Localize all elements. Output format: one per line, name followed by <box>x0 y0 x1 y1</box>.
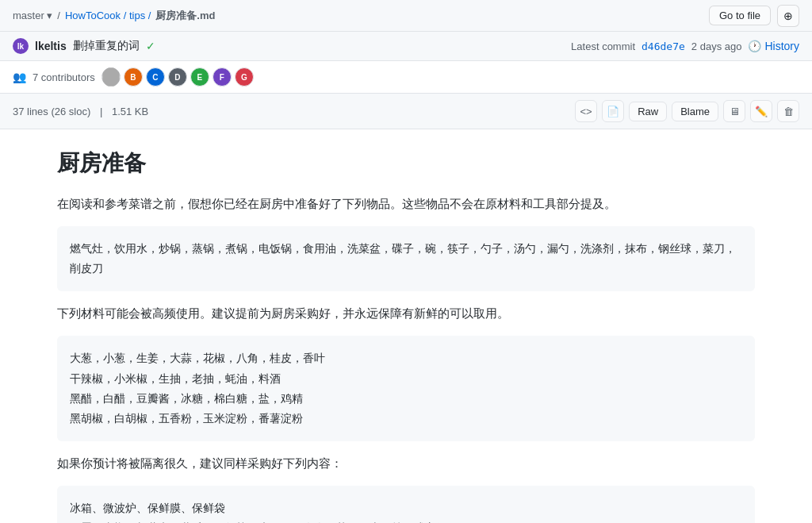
block-2-line-2: 干辣椒，小米椒，生抽，老抽，蚝油，料酒 <box>70 369 742 389</box>
blame-button[interactable]: Blame <box>672 102 718 121</box>
contributor-avatar-3[interactable]: C <box>146 67 165 87</box>
branch-selector[interactable]: master ▾ <box>13 10 52 21</box>
paragraph-2: 下列材料可能会被高频使用。建议提前为厨房采购好，并永远保障有新鲜的可以取用。 <box>57 304 755 323</box>
intro-paragraph: 在阅读和参考菜谱之前，假想你已经在厨房中准备好了下列物品。这些物品不会在原材料和… <box>57 194 755 213</box>
commit-info: lk lkeltis 删掉重复的词 ✓ <box>13 38 155 54</box>
search-icon-button[interactable]: ⊕ <box>777 5 799 27</box>
raw-button[interactable]: Raw <box>629 102 667 121</box>
file-symbol-icon[interactable]: 📄 <box>602 100 624 122</box>
block-2-line-4: 黑胡椒，白胡椒，五香粉，玉米淀粉，番薯淀粉 <box>70 409 742 429</box>
block-2-line-3: 黑醋，白醋，豆瓣酱，冰糖，棉白糖，盐，鸡精 <box>70 389 742 409</box>
commit-time: 2 days ago <box>691 40 742 52</box>
file-name: 厨房准备.md <box>155 9 215 23</box>
file-content: 厨房准备 在阅读和参考菜谱之前，假想你已经在厨房中准备好了下列物品。这些物品不会… <box>25 129 787 523</box>
commit-hash-link[interactable]: d46de7e <box>642 40 685 52</box>
clock-icon: 🕐 <box>748 40 761 52</box>
contributor-avatar-2[interactable]: B <box>124 67 143 87</box>
file-size: 1.51 KB <box>112 106 148 117</box>
content-title: 厨房准备 <box>57 148 755 179</box>
breadcrumb: master ▾ / HowToCook / tips / 厨房准备.md <box>13 9 215 23</box>
contributor-avatar-7[interactable]: G <box>235 67 254 87</box>
desktop-icon[interactable]: 🖥 <box>723 100 745 122</box>
author-name[interactable]: lkeltis <box>35 40 67 52</box>
block-3-line-2: 鸡蛋、青椒、胡萝卜、黄瓜、西红柿、木耳、里脊肉、茄子、米、挂面或方便面 <box>70 518 742 523</box>
latest-commit-label: Latest commit <box>571 40 635 52</box>
file-actions: <> 📄 Raw Blame 🖥 ✏️ 🗑 <box>575 100 799 122</box>
block-1: 燃气灶，饮用水，炒锅，蒸锅，煮锅，电饭锅，食用油，洗菜盆，碟子，碗，筷子，勺子，… <box>57 226 755 291</box>
history-label[interactable]: History <box>764 40 799 52</box>
paragraph-3: 如果你预计将被隔离很久，建议同样采购好下列内容： <box>57 454 755 473</box>
history-link[interactable]: 🕐 History <box>748 40 799 52</box>
repo-path-link[interactable]: HowToCook / tips / <box>65 10 151 21</box>
contributor-avatar-5[interactable]: E <box>190 67 209 87</box>
file-stats: 37 lines (26 sloc) | 1.51 KB <box>13 106 155 117</box>
top-bar: master ▾ / HowToCook / tips / 厨房准备.md Go… <box>0 0 812 32</box>
block-2-line-1: 大葱，小葱，生姜，大蒜，花椒，八角，桂皮，香叶 <box>70 348 742 368</box>
contributors-bar: 👥 7 contributors B C D E F G <box>0 61 812 94</box>
file-separator: | <box>100 106 102 117</box>
verified-badge: ✓ <box>146 40 155 52</box>
author-avatar: lk <box>13 38 29 54</box>
commit-meta: Latest commit d46de7e 2 days ago 🕐 Histo… <box>571 40 799 52</box>
contributor-avatars: B C D E F G <box>102 67 254 87</box>
block-3: 冰箱、微波炉、保鲜膜、保鲜袋 鸡蛋、青椒、胡萝卜、黄瓜、西红柿、木耳、里脊肉、茄… <box>57 486 755 523</box>
commit-bar: lk lkeltis 删掉重复的词 ✓ Latest commit d46de7… <box>0 32 812 61</box>
edit-icon[interactable]: ✏️ <box>750 100 772 122</box>
file-lines: 37 lines (26 sloc) <box>13 106 90 117</box>
top-bar-actions: Go to file ⊕ <box>709 5 799 27</box>
contributor-avatar-6[interactable]: F <box>213 67 232 87</box>
contributor-avatar-1[interactable] <box>102 67 121 87</box>
file-info-bar: 37 lines (26 sloc) | 1.51 KB <> 📄 Raw Bl… <box>0 94 812 129</box>
block-2: 大葱，小葱，生姜，大蒜，花椒，八角，桂皮，香叶 干辣椒，小米椒，生抽，老抽，蚝油… <box>57 336 755 441</box>
code-view-icon[interactable]: <> <box>575 100 597 122</box>
block-3-line-1: 冰箱、微波炉、保鲜膜、保鲜袋 <box>70 498 742 518</box>
go-to-file-button[interactable]: Go to file <box>709 6 771 25</box>
contributors-label: 7 contributors <box>33 71 95 83</box>
people-icon: 👥 <box>13 71 26 83</box>
block-1-text: 燃气灶，饮用水，炒锅，蒸锅，煮锅，电饭锅，食用油，洗菜盆，碟子，碗，筷子，勺子，… <box>70 239 742 279</box>
commit-message: 删掉重复的词 <box>73 39 140 53</box>
delete-icon[interactable]: 🗑 <box>777 100 799 122</box>
contributor-avatar-4[interactable]: D <box>168 67 187 87</box>
